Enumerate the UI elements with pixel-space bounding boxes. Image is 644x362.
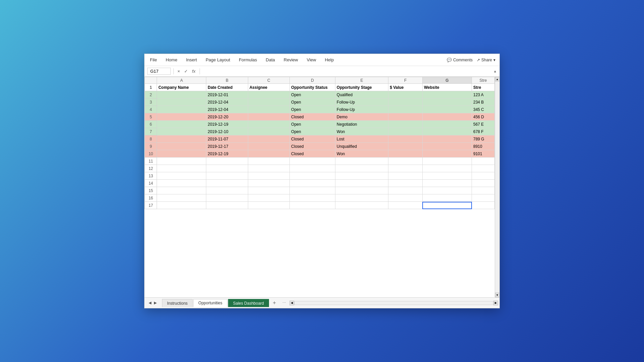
add-sheet-button[interactable]: ＋ [270, 299, 279, 307]
cell-f17[interactable] [388, 202, 423, 209]
header-date-created[interactable]: Date Created [206, 84, 248, 91]
comments-button[interactable]: 💬 Comments [447, 58, 473, 62]
cell-a6[interactable] [157, 121, 206, 128]
cell-h3[interactable]: 234 B [472, 99, 495, 106]
table-row[interactable]: 3 2019-12-04 Open Follow-Up 234 B [145, 99, 495, 106]
cell-d2[interactable]: Open [290, 91, 335, 99]
horizontal-scrollbar[interactable] [294, 301, 493, 305]
cell-f3[interactable] [388, 99, 423, 106]
cell-d5[interactable]: Closed [290, 113, 335, 121]
cancel-icon[interactable]: × [176, 68, 181, 74]
cell-b5[interactable]: 2019-12-20 [206, 113, 248, 121]
cell-a15[interactable] [157, 187, 206, 194]
col-header-e[interactable]: E [335, 77, 388, 84]
scroll-up-icon[interactable]: ▲ [493, 69, 497, 73]
cell-e16[interactable] [335, 194, 388, 202]
cell-c16[interactable] [248, 194, 289, 202]
table-row[interactable]: 13 [145, 172, 495, 180]
col-header-g[interactable]: G [422, 77, 472, 84]
cell-c14[interactable] [248, 180, 289, 187]
header-opportunity-status[interactable]: Opportunity Status [290, 84, 335, 91]
menu-formulas[interactable]: Formulas [237, 57, 258, 63]
scroll-down-button[interactable]: ▼ [495, 293, 500, 297]
cell-e14[interactable] [335, 180, 388, 187]
cell-f12[interactable] [388, 165, 423, 172]
cell-h10[interactable]: 9101 [472, 150, 495, 158]
cell-a5[interactable] [157, 113, 206, 121]
cell-g10[interactable] [422, 150, 472, 158]
cell-c2[interactable] [248, 91, 289, 99]
col-header-a[interactable]: A [157, 77, 206, 84]
cell-h14[interactable] [472, 180, 495, 187]
cell-a3[interactable] [157, 99, 206, 106]
cell-h2[interactable]: 123 A [472, 91, 495, 99]
table-row[interactable]: 9 2019-12-17 Closed Unqualified 8910 [145, 143, 495, 150]
cell-f11[interactable] [388, 158, 423, 165]
cell-g17-selected[interactable] [422, 202, 472, 209]
cell-a8[interactable] [157, 135, 206, 143]
col-header-f[interactable]: F [388, 77, 423, 84]
cell-h15[interactable] [472, 187, 495, 194]
cell-e7[interactable]: Won [335, 128, 388, 135]
cell-f6[interactable] [388, 121, 423, 128]
cell-h17[interactable] [472, 202, 495, 209]
cell-d11[interactable] [290, 158, 335, 165]
table-row[interactable]: 15 [145, 187, 495, 194]
cell-f13[interactable] [388, 172, 423, 180]
cell-g6[interactable] [422, 121, 472, 128]
cell-h8[interactable]: 789 G [472, 135, 495, 143]
hscroll-left-button[interactable]: ◀ [289, 301, 294, 305]
cell-d8[interactable]: Closed [290, 135, 335, 143]
cell-g16[interactable] [422, 194, 472, 202]
cell-a16[interactable] [157, 194, 206, 202]
sheet-tab-sales-dashboard[interactable]: Sales Dashboard [228, 299, 269, 307]
cell-f16[interactable] [388, 194, 423, 202]
table-row[interactable]: 14 [145, 180, 495, 187]
cell-e12[interactable] [335, 165, 388, 172]
cell-b9[interactable]: 2019-12-17 [206, 143, 248, 150]
cell-g4[interactable] [422, 106, 472, 113]
cell-a11[interactable] [157, 158, 206, 165]
cell-b2[interactable]: 2019-12-01 [206, 91, 248, 99]
menu-insert[interactable]: Insert [185, 57, 199, 63]
table-row[interactable]: 2 2019-12-01 Open Qualified 123 A [145, 91, 495, 99]
table-row[interactable]: 11 [145, 158, 495, 165]
col-header-h[interactable]: Stre [472, 77, 495, 84]
cell-h6[interactable]: 567 E [472, 121, 495, 128]
cell-a9[interactable] [157, 143, 206, 150]
menu-data[interactable]: Data [264, 57, 276, 63]
cell-f14[interactable] [388, 180, 423, 187]
confirm-icon[interactable]: ✓ [183, 68, 189, 74]
cell-c4[interactable] [248, 106, 289, 113]
cell-e11[interactable] [335, 158, 388, 165]
table-row[interactable]: 8 2019-11-07 Closed Lost 789 G [145, 135, 495, 143]
cell-g11[interactable] [422, 158, 472, 165]
cell-e6[interactable]: Negotiation [335, 121, 388, 128]
cell-h9[interactable]: 8910 [472, 143, 495, 150]
header-value[interactable]: $ Value [388, 84, 423, 91]
sheet-nav-right[interactable]: ▶ [153, 300, 158, 306]
table-row[interactable]: 10 2019-12-19 Closed Won 9101 [145, 150, 495, 158]
cell-b11[interactable] [206, 158, 248, 165]
cell-e5[interactable]: Demo [335, 113, 388, 121]
header-company-name[interactable]: Company Name [157, 84, 206, 91]
cell-c3[interactable] [248, 99, 289, 106]
cell-e2[interactable]: Qualified [335, 91, 388, 99]
cell-b13[interactable] [206, 172, 248, 180]
scroll-track[interactable] [495, 81, 499, 293]
cell-a10[interactable] [157, 150, 206, 158]
cell-g2[interactable] [422, 91, 472, 99]
cell-d13[interactable] [290, 172, 335, 180]
table-row[interactable]: 5 2019-12-20 Closed Demo 456 D [145, 113, 495, 121]
cell-e8[interactable]: Lost [335, 135, 388, 143]
header-stre[interactable]: Stre [472, 84, 495, 91]
cell-c8[interactable] [248, 135, 289, 143]
share-button[interactable]: ↗ Share ▾ [477, 58, 495, 62]
cell-g7[interactable] [422, 128, 472, 135]
cell-d9[interactable]: Closed [290, 143, 335, 150]
cell-g9[interactable] [422, 143, 472, 150]
cell-g12[interactable] [422, 165, 472, 172]
cell-f15[interactable] [388, 187, 423, 194]
cell-b4[interactable]: 2019-12-04 [206, 106, 248, 113]
cell-c12[interactable] [248, 165, 289, 172]
